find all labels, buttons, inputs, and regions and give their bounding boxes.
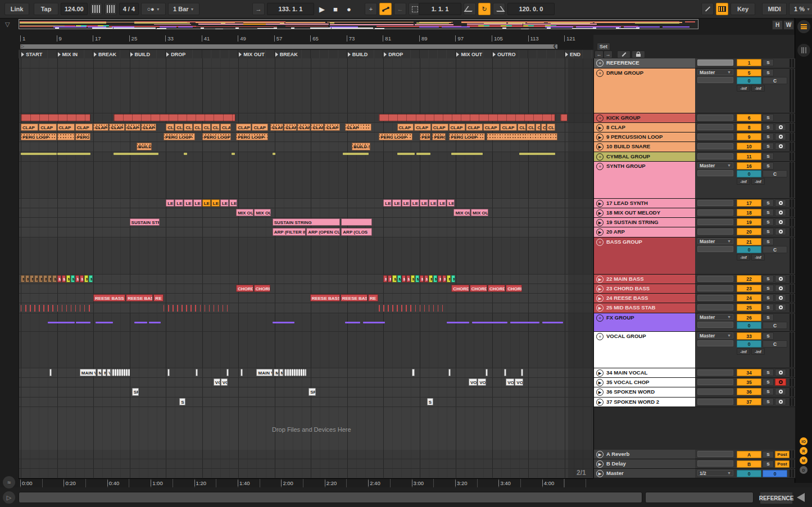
clip[interactable] [472, 322, 508, 323]
send-b-field[interactable]: -inf [751, 254, 765, 261]
clip[interactable] [542, 322, 564, 323]
clip[interactable]: M [25, 275, 29, 282]
output-routing-select[interactable]: Master▼ [697, 238, 733, 244]
clip[interactable] [232, 153, 234, 155]
arm-record-button[interactable] [775, 124, 786, 131]
locator-outro[interactable]: OUTRO [493, 51, 516, 58]
track-header-mainbass[interactable]: ▶22 MAIN BASS22S [594, 275, 795, 284]
clip[interactable] [111, 369, 130, 376]
input-routing-box[interactable] [697, 170, 733, 176]
track-number-button[interactable]: 17 [737, 199, 761, 207]
solo-button[interactable]: S [763, 294, 774, 302]
track-header-spoken1[interactable]: ▶36 SPOKEN WORD36S [594, 387, 795, 398]
track-name-cell[interactable]: ▶20 ARP [594, 227, 695, 237]
track-header-bsnare[interactable]: ▶10 BUILD SNARE10S [594, 142, 795, 152]
track-number-button[interactable]: 36 [737, 388, 761, 395]
clip[interactable]: REESE BAS [341, 294, 368, 302]
track-name-cell[interactable]: ≡BASS GROUP [594, 237, 695, 274]
preview-play-icon[interactable]: ▷ [3, 491, 15, 504]
clip[interactable]: M [34, 275, 38, 282]
overview-collapse-icon[interactable]: ▽ [5, 21, 10, 28]
locator-end[interactable]: END [565, 51, 580, 58]
track-play-icon[interactable]: ▶ [596, 389, 604, 396]
time-signature-field[interactable]: 4 / 4 [119, 3, 139, 15]
clip[interactable]: M [424, 275, 428, 282]
track-header-drum[interactable]: ≡DRUM GROUPMaster▼5S0C-inf-inf [594, 68, 795, 113]
track-number-button[interactable]: 21 [737, 238, 761, 245]
clip[interactable]: M [411, 275, 415, 282]
clip[interactable]: LE [166, 199, 174, 207]
computer-midi-keyboard-button[interactable] [716, 3, 728, 15]
loop-brace[interactable]: ▷❮ [20, 44, 557, 49]
clip[interactable]: CLAP [21, 124, 38, 131]
clip[interactable]: ARP (CLOS [341, 228, 372, 236]
tempo-nudge-up-icon[interactable] [105, 3, 117, 15]
back-arrow-button[interactable]: ← [595, 51, 604, 58]
clip[interactable]: CL [547, 124, 555, 131]
loop-start-field[interactable]: 1. 1. 1 [419, 3, 461, 15]
clip[interactable]: VO [469, 378, 477, 386]
volume-field[interactable]: 0 [737, 322, 761, 329]
output-routing-select[interactable]: Master▼ [697, 162, 733, 168]
pan-field[interactable]: C [763, 246, 787, 253]
post-fader-toggle[interactable]: Post [775, 451, 790, 458]
volume-field[interactable]: 0 [737, 470, 761, 477]
track-header-synth[interactable]: ≡SYNTH GROUPMaster▼16S0C-inf-inf [594, 162, 795, 199]
clip[interactable] [21, 153, 57, 155]
master-lane[interactable] [19, 469, 593, 478]
locator-build[interactable]: BUILD [130, 51, 151, 58]
solo-button[interactable]: S [763, 69, 774, 76]
clip[interactable]: PERC LOOP [202, 133, 231, 140]
input-routing-box[interactable] [697, 143, 733, 149]
locator-mix-out[interactable]: MIX OUT [456, 51, 482, 58]
clip[interactable]: CL [518, 124, 526, 131]
clip[interactable]: M [84, 275, 88, 282]
clip[interactable]: REESE BASS [93, 294, 125, 302]
clip[interactable]: CLAP [270, 124, 283, 131]
tempo-nudge-down-icon[interactable] [90, 3, 102, 15]
clip[interactable]: REESE BAS [126, 294, 153, 302]
arrangement-overview[interactable] [19, 19, 698, 29]
send-a-field[interactable]: -inf [737, 85, 750, 92]
clip[interactable]: M [52, 275, 56, 282]
track-number-button[interactable]: 8 [737, 124, 761, 131]
track-header-clap[interactable]: ▶8 CLAP8S [594, 123, 795, 133]
clip[interactable]: M [451, 275, 455, 282]
clip[interactable] [379, 305, 446, 312]
locator-drop[interactable]: DROP [384, 51, 403, 58]
clip[interactable]: CLAP [220, 124, 231, 131]
input-routing-box[interactable] [697, 285, 733, 291]
arm-record-button[interactable] [775, 209, 786, 216]
input-routing-box[interactable] [697, 153, 733, 159]
track-play-icon[interactable]: ▶ [596, 219, 604, 226]
clip[interactable]: M [39, 275, 43, 282]
stop-button[interactable]: ■ [330, 3, 341, 15]
clip[interactable]: CLAP [449, 124, 466, 131]
input-routing-box[interactable] [697, 369, 733, 376]
group-fold-icon[interactable]: ≡ [596, 314, 604, 322]
solo-button[interactable]: S [763, 238, 774, 245]
clip[interactable]: CLAP [109, 124, 124, 131]
track-name-cell[interactable]: ▶22 MAIN BASS [594, 275, 695, 284]
clip[interactable]: SUSTAIN STR [130, 218, 160, 226]
quantize-menu[interactable]: 1 Bar▼ [168, 3, 199, 15]
clip[interactable]: CLAP [141, 124, 156, 131]
zoom-width-button[interactable]: W [783, 20, 794, 30]
clip[interactable]: CHORD [451, 285, 469, 292]
solo-button[interactable]: S [763, 285, 774, 292]
arm-record-button[interactable] [775, 304, 786, 311]
track-lane-cymbal[interactable] [19, 152, 593, 162]
track-number-button[interactable]: 20 [737, 228, 761, 235]
volume-field[interactable]: 0 [737, 246, 761, 253]
key-map-button[interactable]: Key [731, 3, 755, 15]
clip[interactable] [48, 322, 74, 323]
track-header-arp[interactable]: ▶20 ARP20S [594, 227, 795, 237]
clip[interactable] [21, 305, 90, 312]
clip[interactable]: PERC LOOP [449, 133, 485, 140]
clip[interactable]: M [438, 275, 442, 282]
clip[interactable]: LE [211, 199, 220, 207]
clip[interactable]: CHORD [488, 285, 505, 292]
clip[interactable]: VO [478, 378, 486, 386]
track-name-cell[interactable]: ≡FX GROUP [594, 313, 695, 331]
tempo-field[interactable]: 124.00 [61, 3, 88, 15]
